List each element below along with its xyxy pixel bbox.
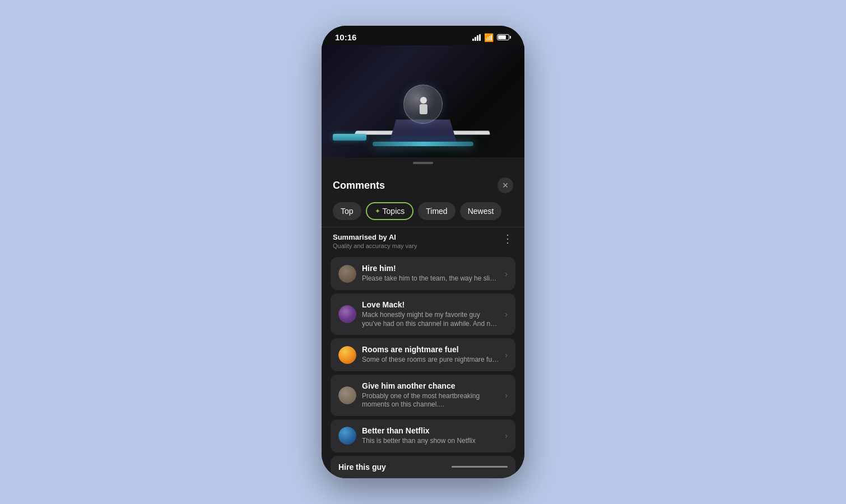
- video-player[interactable]: [322, 45, 524, 157]
- topic-preview-4: Probably one of the most heartbreaking m…: [362, 392, 499, 409]
- platform-left: [333, 134, 366, 141]
- topic-preview-5: This is better than any show on Netflix: [362, 437, 499, 446]
- scroll-indicator: [322, 157, 524, 169]
- scroll-pill: [413, 162, 433, 164]
- topic-content-4: Give him another chance Probably one of …: [362, 381, 499, 409]
- topic-content-2: Love Mack! Mack honestly might be my fav…: [362, 300, 499, 328]
- topic-avatar-3: [338, 346, 356, 364]
- topic-item-6-partial[interactable]: Hire this guy: [331, 456, 515, 478]
- topic-title-1: Hire him!: [362, 264, 499, 273]
- figure: [419, 97, 429, 119]
- ai-summary-header: Summarised by AI Quality and accuracy ma…: [322, 227, 524, 254]
- topic-avatar-1: [338, 265, 356, 283]
- chevron-icon-5: ›: [505, 431, 508, 440]
- wifi-icon: 📶: [484, 33, 494, 42]
- topic-preview-2: Mack honestly might be my favorite guy y…: [362, 311, 499, 328]
- topic-avatar-4: [338, 386, 356, 404]
- topic-title-6: Hire this guy: [338, 463, 386, 472]
- topic-item-2[interactable]: Love Mack! Mack honestly might be my fav…: [331, 293, 515, 335]
- comments-title: Comments: [333, 180, 385, 192]
- topic-item-1[interactable]: Hire him! Please take him to the team, t…: [331, 257, 515, 290]
- tabs-row: Top ✦ Topics Timed Newest: [322, 200, 524, 227]
- topic-title-3: Rooms are nightmare fuel: [362, 345, 499, 354]
- chevron-icon-1: ›: [505, 269, 508, 278]
- comments-header: Comments ×: [322, 169, 524, 200]
- tab-newest[interactable]: Newest: [460, 202, 502, 220]
- tab-top[interactable]: Top: [333, 202, 361, 220]
- stage-glow: [373, 142, 473, 146]
- topic-avatar-2: [338, 305, 356, 323]
- topics-icon: ✦: [375, 207, 380, 215]
- topic-item-4[interactable]: Give him another chance Probably one of …: [331, 375, 515, 416]
- status-icons: 📶: [472, 33, 511, 42]
- topic-title-5: Better than Netflix: [362, 426, 499, 435]
- topic-item-3[interactable]: Rooms are nightmare fuel Some of these r…: [331, 338, 515, 371]
- tab-topics-label: Topics: [383, 207, 405, 216]
- close-button[interactable]: ×: [498, 178, 513, 193]
- chevron-icon-2: ›: [505, 310, 508, 319]
- topic-title-4: Give him another chance: [362, 381, 499, 390]
- battery-icon: [497, 34, 511, 40]
- more-options-button[interactable]: ⋮: [502, 233, 513, 244]
- topic-avatar-5: [338, 427, 356, 445]
- phone-frame: 10:16 📶: [322, 26, 524, 478]
- ai-summary-title: Summarised by AI: [333, 233, 417, 241]
- signal-icon: [472, 34, 481, 41]
- topic-preview-3: Some of these rooms are pure nightmare f…: [362, 356, 499, 365]
- topic-item-5[interactable]: Better than Netflix This is better than …: [331, 419, 515, 452]
- topic-title-2: Love Mack!: [362, 300, 499, 309]
- progress-bar: [452, 466, 508, 468]
- comments-panel: Comments × Top ✦ Topics Timed Newest Sum…: [322, 169, 524, 478]
- topic-content-1: Hire him! Please take him to the team, t…: [362, 264, 499, 283]
- ai-summary-text: Summarised by AI Quality and accuracy ma…: [333, 233, 417, 249]
- topic-preview-1: Please take him to the team, the way he …: [362, 274, 499, 283]
- status-bar: 10:16 📶: [322, 26, 524, 45]
- time-display: 10:16: [335, 32, 356, 42]
- ai-summary-subtitle: Quality and accuracy may vary: [333, 242, 417, 249]
- chevron-icon-3: ›: [505, 351, 508, 360]
- tab-topics[interactable]: ✦ Topics: [366, 202, 414, 220]
- topic-content-3: Rooms are nightmare fuel Some of these r…: [362, 345, 499, 365]
- tab-timed[interactable]: Timed: [418, 202, 455, 220]
- chevron-icon-4: ›: [505, 391, 508, 400]
- topic-content-5: Better than Netflix This is better than …: [362, 426, 499, 446]
